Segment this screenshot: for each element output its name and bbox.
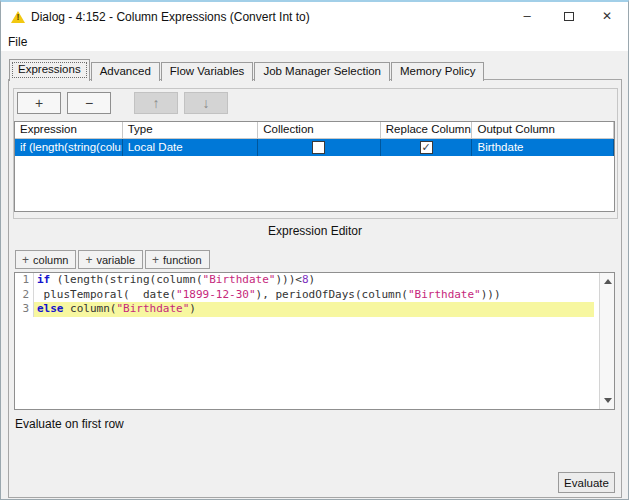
add-expression-button[interactable]: + [17,92,61,114]
plus-icon: + [85,253,92,267]
plus-icon: + [22,253,29,267]
code-token: )))< [275,273,302,286]
cell-replace-column: ✓ [381,139,473,156]
plus-icon: + [152,253,159,267]
code-line-body: else column("Birthdate") [34,302,594,317]
cell-type: Local Date [123,139,259,156]
code-token: else [37,302,64,315]
code-token: ) [309,273,316,286]
column-header-type[interactable]: Type [123,122,259,138]
insert-button-label: variable [97,254,136,266]
code-editor[interactable]: 1if (length(string(column("Birthdate")))… [14,272,615,410]
replace-column-checkbox[interactable]: ✓ [420,141,433,154]
code-line-2[interactable]: 2 plusTemporal( date("1899-12-30"), peri… [15,288,599,303]
menu-bar: File [1,32,628,51]
code-token: if [37,273,50,286]
table-header: ExpressionTypeCollectionReplace ColumnOu… [15,122,614,139]
collection-checkbox[interactable] [312,141,325,154]
table-row[interactable]: if (length(string(column("B...Local Date… [15,139,614,156]
tab-expressions[interactable]: Expressions [9,59,90,81]
window-title: Dialog - 4:152 - Column Expressions (Con… [31,10,310,24]
code-token: 8 [302,273,309,286]
column-header-expression[interactable]: Expression [15,122,123,138]
code-line-body: if (length(string(column("Birthdate")))<… [34,273,594,288]
insert-button-label: column [33,254,68,266]
column-header-replace-column[interactable]: Replace Column [381,122,473,138]
evaluate-status-label: Evaluate on first row [15,417,124,431]
code-token: plusTemporal( date( [37,288,176,301]
code-token: (length(string(column( [50,273,202,286]
tab-advanced[interactable]: Advanced [91,62,160,81]
code-token: ), periodOfDays(column( [256,288,408,301]
expressions-table: ExpressionTypeCollectionReplace ColumnOu… [14,121,615,212]
code-line-1[interactable]: 1if (length(string(column("Birthdate")))… [15,273,599,288]
insert-buttons-bar: +column+variable+function [15,250,212,269]
line-number: 2 [15,288,34,303]
code-line-3[interactable]: 3else column("Birthdate") [15,302,599,317]
maximize-icon [564,12,574,21]
cell-collection [258,139,381,156]
evaluate-button[interactable]: Evaluate [558,472,615,493]
cell-output-column: Birthdate [472,139,614,156]
tab-strip: ExpressionsAdvancedFlow VariablesJob Man… [9,59,485,80]
move-up-button: ↑ [134,92,178,114]
title-bar: ! Dialog - 4:152 - Column Expressions (C… [1,2,628,32]
cell-expression: if (length(string(column("B... [15,139,123,156]
code-line-body: plusTemporal( date("1899-12-30"), period… [34,288,594,303]
menu-file[interactable]: File [1,33,34,51]
dialog-window: ! Dialog - 4:152 - Column Expressions (C… [0,0,629,500]
code-token: "1899-12-30" [176,288,255,301]
line-number: 3 [15,302,34,317]
editor-scrollbar[interactable] [599,273,614,409]
move-down-button: ↓ [184,92,228,114]
minimize-button[interactable]: – [510,2,544,30]
insert-button-label: function [163,254,202,266]
line-number: 1 [15,273,34,288]
code-token: "Birthdate" [203,273,276,286]
warning-icon: ! [10,10,26,24]
add-variable-button[interactable]: +variable [78,250,143,269]
close-button[interactable]: ✕ [590,2,624,30]
expression-editor-title: Expression Editor [8,224,622,238]
maximize-button[interactable] [552,2,586,30]
tab-memory-policy[interactable]: Memory Policy [391,62,484,81]
column-header-collection[interactable]: Collection [258,122,381,138]
column-header-output-column[interactable]: Output Column [472,122,614,138]
code-token: ) [189,302,196,315]
tab-flow-variables[interactable]: Flow Variables [161,62,254,81]
scroll-down-icon[interactable] [600,393,615,408]
code-token: ))) [481,288,501,301]
code-token: "Birthdate" [116,302,189,315]
remove-expression-button[interactable]: − [67,92,111,114]
add-function-button[interactable]: +function [145,250,210,269]
tab-job-manager-selection[interactable]: Job Manager Selection [254,62,390,81]
code-token: column( [64,302,117,315]
code-area[interactable]: 1if (length(string(column("Birthdate")))… [15,273,599,409]
code-token: "Birthdate" [408,288,481,301]
add-column-button[interactable]: +column [15,250,76,269]
scroll-up-icon[interactable] [600,274,615,289]
